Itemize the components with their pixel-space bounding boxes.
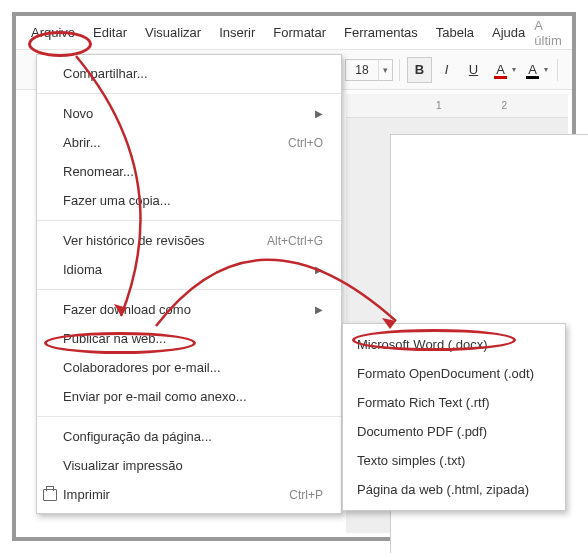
font-size-dropdown-icon[interactable]: ▾: [378, 59, 392, 81]
label: Texto simples (.txt): [357, 453, 465, 468]
submenu-item-html[interactable]: Página da web (.html, zipada): [343, 475, 565, 504]
shortcut: Alt+Ctrl+G: [267, 234, 323, 248]
submenu-item-pdf[interactable]: Documento PDF (.pdf): [343, 417, 565, 446]
label: Abrir...: [63, 135, 101, 150]
label: Renomear...: [63, 164, 134, 179]
file-menu: Compartilhar... Novo▶ Abrir...Ctrl+O Ren…: [36, 54, 342, 514]
label: Novo: [63, 106, 93, 121]
label: Página da web (.html, zipada): [357, 482, 529, 497]
submenu-item-rtf[interactable]: Formato Rich Text (.rtf): [343, 388, 565, 417]
submenu-item-docx[interactable]: Microsoft Word (.docx): [343, 330, 565, 359]
print-icon: [43, 489, 57, 501]
toolbar-separator: [399, 59, 400, 81]
label: Enviar por e-mail como anexo...: [63, 389, 247, 404]
label: Fazer uma cópia...: [63, 193, 171, 208]
label: Colaboradores por e-mail...: [63, 360, 221, 375]
menu-editar[interactable]: Editar: [84, 19, 136, 46]
menu-item-new[interactable]: Novo▶: [37, 99, 341, 128]
submenu-item-txt[interactable]: Texto simples (.txt): [343, 446, 565, 475]
download-as-submenu: Microsoft Word (.docx) Formato OpenDocum…: [342, 323, 566, 511]
underline-button[interactable]: U: [461, 57, 486, 83]
menu-item-print[interactable]: ImprimirCtrl+P: [37, 480, 341, 509]
label: Microsoft Word (.docx): [357, 337, 488, 352]
menu-formatar[interactable]: Formatar: [264, 19, 335, 46]
submenu-item-odt[interactable]: Formato OpenDocument (.odt): [343, 359, 565, 388]
label: Documento PDF (.pdf): [357, 424, 487, 439]
menu-visualizar[interactable]: Visualizar: [136, 19, 210, 46]
menu-ajuda[interactable]: Ajuda: [483, 19, 534, 46]
menu-divider: [37, 220, 341, 221]
label: Formato Rich Text (.rtf): [357, 395, 490, 410]
label: Idioma: [63, 262, 102, 277]
label: Imprimir: [63, 487, 110, 502]
menu-ferramentas[interactable]: Ferramentas: [335, 19, 427, 46]
menu-item-copy[interactable]: Fazer uma cópia...: [37, 186, 341, 215]
menu-item-open[interactable]: Abrir...Ctrl+O: [37, 128, 341, 157]
submenu-arrow-icon: ▶: [315, 264, 323, 275]
menu-divider: [37, 93, 341, 94]
menu-item-revision-history[interactable]: Ver histórico de revisõesAlt+Ctrl+G: [37, 226, 341, 255]
ruler: 1 2: [346, 94, 568, 118]
shortcut: Ctrl+P: [289, 488, 323, 502]
shortcut: Ctrl+O: [288, 136, 323, 150]
menu-tabela[interactable]: Tabela: [427, 19, 483, 46]
menu-item-publish[interactable]: Publicar na web...: [37, 324, 341, 353]
label: Configuração da página...: [63, 429, 212, 444]
text-color-button[interactable]: A: [488, 57, 513, 83]
bold-button[interactable]: B: [407, 57, 432, 83]
menu-item-language[interactable]: Idioma▶: [37, 255, 341, 284]
app-frame: Arquivo Editar Visualizar Inserir Format…: [12, 12, 576, 541]
menu-inserir[interactable]: Inserir: [210, 19, 264, 46]
label: Compartilhar...: [63, 66, 148, 81]
menu-divider: [37, 289, 341, 290]
submenu-arrow-icon: ▶: [315, 108, 323, 119]
ruler-tick: 1: [436, 100, 442, 111]
menu-item-email-attachment[interactable]: Enviar por e-mail como anexo...: [37, 382, 341, 411]
submenu-arrow-icon: ▶: [315, 304, 323, 315]
label: Formato OpenDocument (.odt): [357, 366, 534, 381]
label: Publicar na web...: [63, 331, 166, 346]
menu-item-print-preview[interactable]: Visualizar impressão: [37, 451, 341, 480]
font-size-value: 18: [346, 61, 378, 79]
toolbar-separator: [557, 59, 558, 81]
label: Visualizar impressão: [63, 458, 183, 473]
menu-arquivo[interactable]: Arquivo: [22, 19, 84, 46]
menubar: Arquivo Editar Visualizar Inserir Format…: [16, 16, 572, 50]
italic-button[interactable]: I: [434, 57, 459, 83]
font-size-stepper[interactable]: 18 ▾: [345, 59, 393, 81]
highlight-color-button[interactable]: A: [520, 57, 545, 83]
ruler-tick: 2: [502, 100, 508, 111]
label: Ver histórico de revisões: [63, 233, 205, 248]
label: Fazer download como: [63, 302, 191, 317]
menu-divider: [37, 416, 341, 417]
menu-item-email-collaborators[interactable]: Colaboradores por e-mail...: [37, 353, 341, 382]
menu-item-rename[interactable]: Renomear...: [37, 157, 341, 186]
last-edit-text: A últim: [534, 18, 566, 48]
menu-item-page-setup[interactable]: Configuração da página...: [37, 422, 341, 451]
menu-item-download-as[interactable]: Fazer download como▶: [37, 295, 341, 324]
menu-item-share[interactable]: Compartilhar...: [37, 59, 341, 88]
